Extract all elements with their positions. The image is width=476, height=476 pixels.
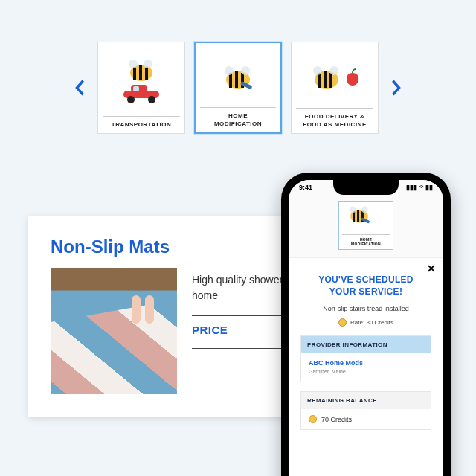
battery-icon: ▮▮: [425, 184, 433, 191]
status-time: 9:41: [299, 184, 312, 191]
svg-rect-8: [133, 86, 139, 91]
svg-rect-12: [229, 73, 232, 88]
svg-point-4: [129, 60, 138, 68]
close-icon[interactable]: ✕: [427, 263, 436, 274]
carousel-next[interactable]: [387, 79, 405, 97]
svg-rect-2: [139, 65, 142, 80]
svg-rect-3: [145, 67, 148, 80]
bee-hammer-icon: [200, 51, 276, 107]
svg-point-22: [313, 66, 322, 75]
svg-point-28: [350, 206, 356, 213]
provider-location: Gardiner, Maine: [309, 369, 423, 374]
bee-car-icon: [103, 50, 180, 116]
provider-name[interactable]: ABC Home Mods: [309, 359, 423, 367]
phone-notch: [333, 180, 399, 195]
category-label: FOOD DELIVERY & FOOD AS MEDICINE: [296, 108, 373, 129]
svg-point-10: [148, 96, 155, 103]
wifi-icon: ⌔: [419, 184, 423, 191]
svg-point-29: [361, 206, 368, 213]
category-label: TRANSPORTATION: [103, 116, 180, 129]
phone-frame: 9:41 ▮▮▮ ⌔ ▮▮: [281, 173, 451, 476]
scheduled-title: YOU'VE SCHEDULED YOUR SERVICE!: [300, 274, 431, 298]
svg-rect-13: [235, 71, 238, 88]
svg-point-9: [127, 96, 135, 103]
svg-rect-19: [318, 73, 321, 88]
coin-icon: [309, 415, 317, 423]
balance-section: REMAINING BALANCE 70 Credits: [300, 391, 431, 430]
balance-text: 70 Credits: [321, 416, 352, 423]
scheduled-subtitle: Non-slip stairs tread installed: [300, 305, 431, 312]
rate-text: Rate: 80 Credits: [350, 319, 393, 326]
category-card-transportation[interactable]: TRANSPORTATION: [97, 42, 185, 134]
svg-rect-1: [133, 67, 136, 80]
svg-rect-20: [324, 71, 327, 88]
provider-section: PROVIDER INFORMATION ABC Home Mods Gardi…: [300, 335, 431, 382]
phone-screen: 9:41 ▮▮▮ ⌔ ▮▮: [289, 180, 443, 476]
provider-section-title: PROVIDER INFORMATION: [301, 336, 431, 353]
svg-rect-21: [329, 73, 332, 88]
svg-rect-26: [357, 210, 359, 222]
mini-card-label: HOME MODIFICATION: [342, 234, 390, 246]
category-carousel: TRANSPORTATION HOME MODIFICATION: [71, 42, 405, 134]
balance-section-title: REMAINING BALANCE: [301, 392, 431, 409]
phone-body: ✕ YOU'VE SCHEDULED YOUR SERVICE! Non-sli…: [289, 258, 443, 476]
bee-hammer-icon: [342, 206, 376, 231]
coin-icon: [338, 318, 347, 327]
rate-row: Rate: 80 Credits: [300, 318, 431, 327]
mini-category-card[interactable]: HOME MODIFICATION: [338, 201, 393, 250]
category-label: HOME MODIFICATION: [200, 107, 276, 128]
status-icons: ▮▮▮ ⌔ ▮▮: [406, 184, 433, 191]
category-card-food[interactable]: FOOD DELIVERY & FOOD AS MEDICINE: [291, 42, 379, 134]
svg-point-15: [225, 66, 234, 75]
svg-point-23: [329, 66, 338, 75]
svg-rect-25: [353, 211, 355, 222]
svg-point-5: [144, 60, 152, 68]
category-card-home-modification[interactable]: HOME MODIFICATION: [194, 42, 282, 134]
signal-icon: ▮▮▮: [406, 184, 417, 191]
svg-point-16: [241, 66, 250, 75]
bee-apple-icon: [296, 50, 373, 108]
product-image: [51, 268, 177, 394]
carousel-prev[interactable]: [71, 79, 89, 97]
